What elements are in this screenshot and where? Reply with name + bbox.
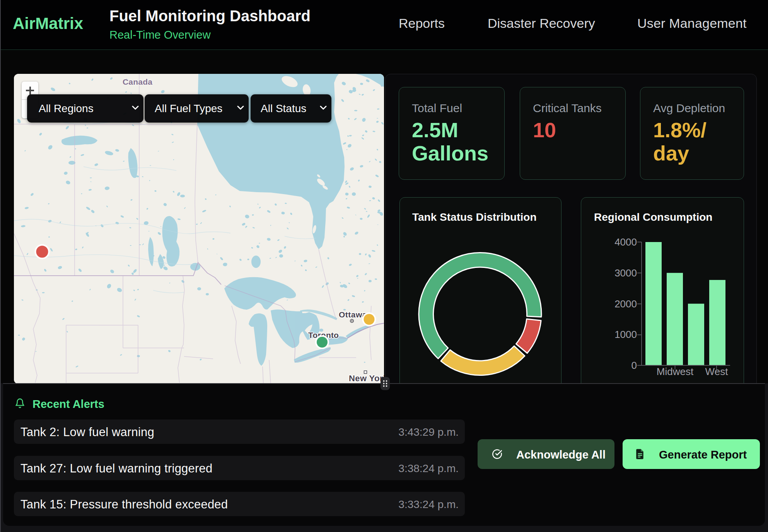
svg-text:New York: New York bbox=[349, 373, 384, 383]
svg-text:Canada: Canada bbox=[123, 77, 152, 86]
svg-text:3000: 3000 bbox=[614, 267, 637, 279]
svg-text:2000: 2000 bbox=[614, 298, 637, 310]
svg-text:1000: 1000 bbox=[614, 329, 637, 340]
svg-text:4000: 4000 bbox=[614, 236, 637, 248]
svg-text:0: 0 bbox=[631, 360, 637, 371]
